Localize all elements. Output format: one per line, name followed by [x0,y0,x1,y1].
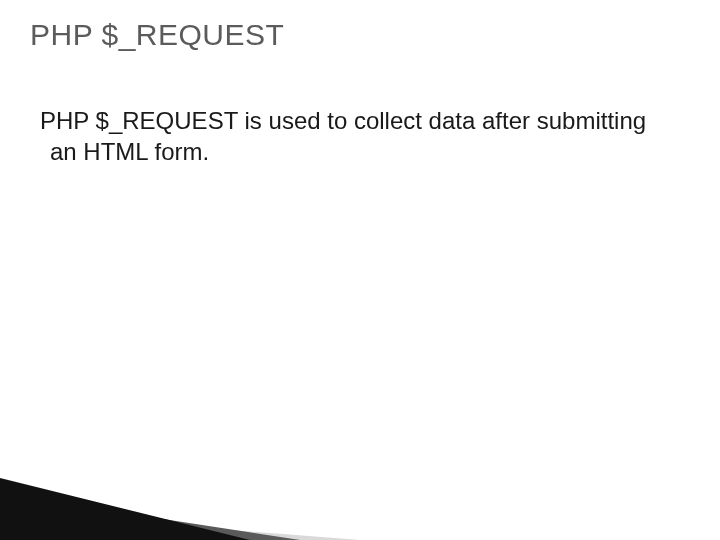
slide: PHP $_REQUEST PHP $_REQUEST is used to c… [0,0,720,540]
slide-title: PHP $_REQUEST [30,18,284,52]
corner-decoration [0,450,720,540]
svg-marker-2 [0,478,250,540]
slide-body: PHP $_REQUEST is used to collect data af… [40,105,660,167]
svg-marker-0 [0,512,360,540]
svg-marker-1 [0,494,300,540]
